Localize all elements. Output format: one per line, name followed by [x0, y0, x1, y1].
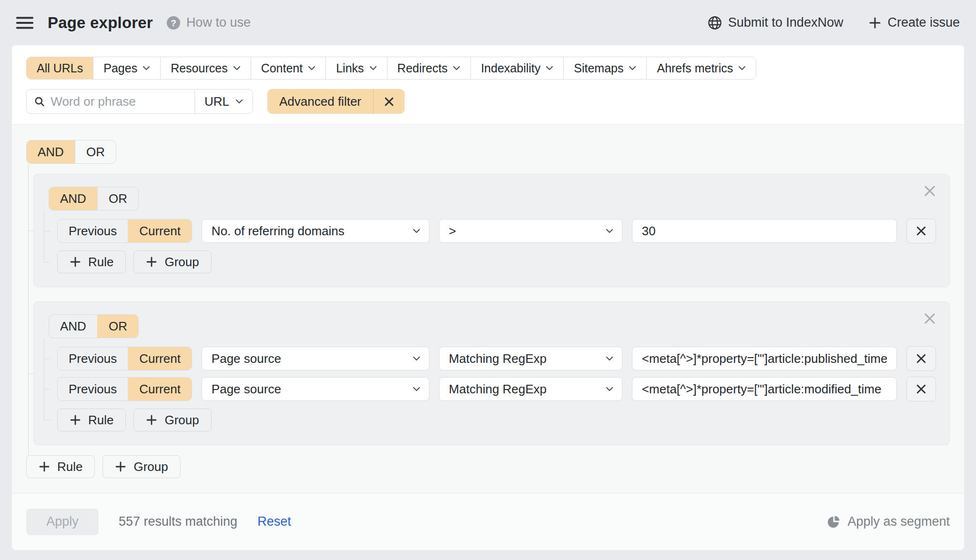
apply-as-segment-label: Apply as segment — [847, 514, 950, 529]
remove-rule-button[interactable] — [906, 346, 936, 371]
globe-icon — [708, 16, 722, 30]
tab-sitemaps[interactable]: Sitemaps — [563, 57, 646, 79]
tab-content[interactable]: Content — [251, 57, 326, 79]
add-rule-button[interactable]: Rule — [57, 409, 126, 431]
plus-icon — [39, 461, 50, 472]
tab-ahrefs-metrics[interactable]: Ahrefs metrics — [646, 57, 756, 79]
scope-previous-button[interactable]: Previous — [58, 220, 128, 242]
condition-select-value: Matching RegExp — [449, 382, 547, 397]
remove-rule-button[interactable] — [906, 377, 936, 401]
add-rule-button[interactable]: Rule — [57, 250, 126, 273]
filter-footer: Apply 557 results matching Reset Apply a… — [12, 493, 964, 550]
group-add-row: Rule Group — [57, 409, 936, 431]
close-icon — [916, 384, 926, 394]
tree-connector — [44, 420, 50, 420]
filter-tabs: All URLs Pages Resources Content Links R… — [26, 57, 756, 80]
filter-group-2: AND OR Previous Current Page source Matc… — [33, 301, 950, 445]
field-select[interactable]: Page source — [202, 377, 429, 401]
reset-link[interactable]: Reset — [257, 514, 291, 529]
scope-current-button[interactable]: Current — [128, 378, 192, 400]
add-group-button[interactable]: Group — [133, 409, 211, 431]
chevron-down-icon — [738, 66, 746, 70]
close-icon — [916, 226, 926, 236]
apply-as-segment-button[interactable]: Apply as segment — [827, 514, 950, 529]
create-issue-label: Create issue — [887, 15, 960, 30]
hamburger-menu-icon[interactable] — [16, 16, 33, 30]
plus-icon — [115, 461, 126, 472]
remove-advanced-filter-button[interactable] — [373, 89, 405, 114]
close-icon — [924, 185, 936, 197]
chevron-down-icon — [369, 66, 377, 70]
group-or-button[interactable]: OR — [97, 315, 138, 338]
chevron-down-icon — [413, 229, 420, 233]
rule-row: Previous Current No. of referring domain… — [57, 219, 936, 243]
apply-button[interactable]: Apply — [26, 509, 99, 535]
root-and-button[interactable]: AND — [27, 140, 75, 163]
advanced-filter-chip: Advanced filter — [267, 89, 405, 114]
chevron-down-icon — [413, 356, 420, 361]
how-to-use-link[interactable]: ? How to use — [166, 15, 251, 30]
condition-select[interactable]: Matching RegExp — [439, 347, 622, 370]
field-select[interactable]: Page source — [202, 347, 429, 370]
header-actions: Submit to IndexNow Create issue — [708, 15, 960, 30]
chevron-down-icon — [606, 356, 613, 361]
app-header: Page explorer ? How to use Submit to Ind… — [0, 0, 976, 45]
tab-pages[interactable]: Pages — [93, 57, 160, 79]
filters-header: All URLs Pages Resources Content Links R… — [12, 45, 964, 124]
scope-previous-button[interactable]: Previous — [58, 378, 128, 400]
plus-icon — [70, 414, 81, 426]
tab-redirects[interactable]: Redirects — [387, 57, 471, 79]
group-add-row: Rule Group — [57, 250, 936, 273]
scope-toggle: Previous Current — [57, 219, 192, 243]
svg-text:?: ? — [171, 18, 176, 28]
submit-indexnow-button[interactable]: Submit to IndexNow — [708, 15, 844, 30]
rule-value-input[interactable] — [632, 377, 897, 401]
group-and-button[interactable]: AND — [49, 187, 97, 210]
scope-current-button[interactable]: Current — [128, 347, 192, 370]
chevron-down-icon — [235, 99, 243, 104]
chevron-down-icon — [233, 66, 241, 70]
rule-value-input[interactable] — [632, 219, 897, 243]
group-or-button[interactable]: OR — [97, 187, 138, 210]
tab-all-urls[interactable]: All URLs — [27, 57, 93, 79]
condition-select[interactable]: Matching RegExp — [439, 377, 622, 401]
rule-value-input[interactable] — [632, 347, 897, 370]
search-scope-select[interactable]: URL — [194, 90, 253, 113]
add-group-button[interactable]: Group — [133, 250, 211, 273]
chevron-down-icon — [453, 66, 460, 70]
tab-links[interactable]: Links — [325, 57, 386, 79]
group-and-button[interactable]: AND — [49, 315, 97, 338]
scope-toggle: Previous Current — [57, 347, 192, 370]
plus-icon — [146, 256, 157, 268]
tab-indexability[interactable]: Indexability — [470, 57, 563, 79]
submit-indexnow-label: Submit to IndexNow — [728, 15, 844, 30]
page-explorer-panel: All URLs Pages Resources Content Links R… — [12, 45, 964, 550]
tree-connector — [28, 164, 29, 455]
field-select-value: Page source — [212, 382, 281, 397]
remove-rule-button[interactable] — [906, 219, 936, 243]
field-select[interactable]: No. of referring domains — [202, 219, 429, 243]
chevron-down-icon — [606, 229, 613, 233]
scope-previous-button[interactable]: Previous — [58, 347, 128, 370]
remove-group-button[interactable] — [924, 312, 936, 326]
search-input[interactable] — [51, 94, 187, 109]
rule-row: Previous Current Page source Matching Re… — [57, 377, 936, 401]
advanced-filter-builder: AND OR AND OR Previous Current No. of r — [12, 124, 964, 493]
results-count: 557 results matching — [119, 514, 237, 529]
scope-current-button[interactable]: Current — [128, 220, 192, 242]
add-group-button[interactable]: Group — [102, 455, 180, 478]
advanced-filter-label: Advanced filter — [267, 89, 373, 114]
tree-connector — [44, 338, 44, 420]
close-icon — [924, 312, 936, 325]
field-select-value: No. of referring domains — [212, 224, 345, 239]
how-to-use-label: How to use — [186, 15, 251, 30]
chevron-down-icon — [629, 66, 636, 70]
root-operator-toggle: AND OR — [26, 140, 116, 164]
remove-group-button[interactable] — [924, 185, 936, 199]
root-or-button[interactable]: OR — [75, 140, 116, 163]
add-rule-button[interactable]: Rule — [26, 455, 95, 478]
tab-resources[interactable]: Resources — [160, 57, 251, 79]
create-issue-button[interactable]: Create issue — [869, 15, 960, 30]
condition-select[interactable]: > — [439, 219, 622, 243]
search-scope-value: URL — [204, 94, 229, 109]
